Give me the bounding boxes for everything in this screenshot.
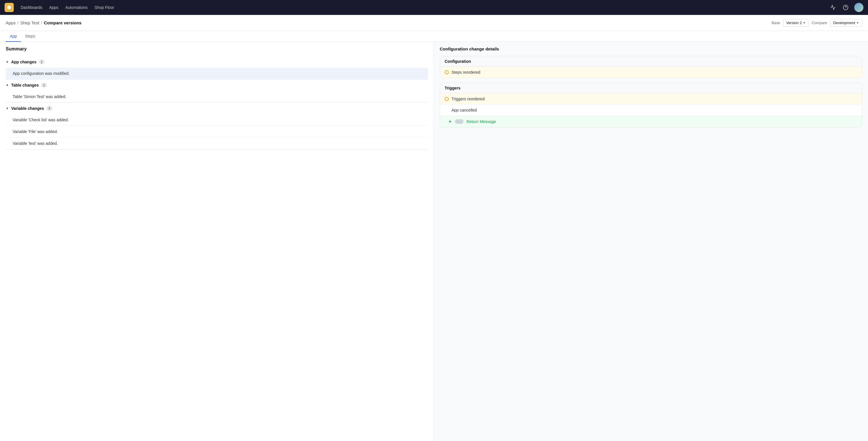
nav-automations[interactable]: Automations [65,5,88,10]
main-content: Summary ▼ App changes 1 App configuratio… [0,42,868,441]
triggers-row-cancelled[interactable]: App cancelled [440,105,862,116]
compare-version-select[interactable]: Development ▼ [830,19,862,27]
breadcrumb-app-name[interactable]: Shep Test [20,20,39,25]
table-changes-title: Table changes [11,83,39,88]
triggers-section-header: Triggers [440,83,862,94]
base-version-chevron: ▼ [803,21,806,24]
table-changes-header[interactable]: ▼ Table changes 1 [6,79,428,91]
yellow-dot-triggers [445,97,448,101]
help-icon[interactable] [842,3,849,11]
variable-changes-badge: 3 [46,106,52,111]
variable-changes-chevron: ▼ [6,107,9,110]
nav-right [829,3,863,12]
app-changes-badge: 1 [39,60,45,64]
tab-steps[interactable]: Steps [21,31,39,42]
app-changes-row-0[interactable]: App configuration was modified. [6,68,428,79]
compare-label: Compare [812,21,827,25]
yellow-dot-steps [445,70,448,74]
nav-shop-floor[interactable]: Shop Floor [94,5,114,10]
left-panel: Summary ▼ App changes 1 App configuratio… [0,42,434,441]
configuration-section: Configuration Steps reordered [440,56,862,78]
tab-app[interactable]: App [6,31,21,42]
breadcrumb-sep1: / [17,20,19,25]
variable-changes-body: Variable 'Check list' was added. Variabl… [6,114,428,149]
nav-apps[interactable]: Apps [50,5,59,10]
breadcrumb-current: Compare versions [44,20,82,25]
activity-icon[interactable] [829,3,837,11]
variable-changes-title: Variable changes [11,106,44,111]
app-changes-section: ▼ App changes 1 App configuration was mo… [6,56,428,79]
triggers-reordered-text: Triggers reordered [452,97,485,101]
base-label: Base [772,21,780,25]
breadcrumb-bar: Apps / Shep Test / Compare versions Base… [0,15,868,31]
table-changes-badge: 1 [41,83,47,88]
variable-changes-row-2[interactable]: Variable 'test' was added. [6,138,428,149]
right-panel: Configuration change details Configurati… [434,42,868,441]
compare-version-chevron: ▼ [856,21,859,24]
tabs-bar: App Steps [0,31,868,42]
plus-icon: + [448,119,452,124]
variable-changes-header[interactable]: ▼ Variable changes 3 [6,103,428,114]
right-panel-title: Configuration change details [440,46,862,51]
triggers-section: Triggers Triggers reordered App cancelle… [440,82,862,128]
version-controls: Base Version 2 ▼ Compare Development ▼ [772,19,862,27]
table-changes-section: ▼ Table changes 1 Table 'Simon Test' was… [6,79,428,103]
user-avatar[interactable] [854,3,863,12]
breadcrumb-sep2: / [41,20,42,25]
triggers-row-return-message[interactable]: + Return Message [440,116,862,127]
summary-title: Summary [6,46,428,52]
nav-dashboards[interactable]: Dashboards [21,5,42,10]
triggers-row-reordered[interactable]: Triggers reordered [440,94,862,105]
toggle-switch[interactable] [455,119,464,124]
nav-links: Dashboards Apps Automations Shop Floor [21,5,822,10]
config-row-steps-reordered[interactable]: Steps reordered [440,67,862,78]
table-changes-body: Table 'Simon Test' was added. [6,91,428,102]
breadcrumb: Apps / Shep Test / Compare versions [6,20,82,25]
triggers-cancelled-text: App cancelled [452,108,477,112]
return-message-text: Return Message [466,119,496,124]
configuration-section-header: Configuration [440,56,862,67]
app-changes-title: App changes [11,60,36,64]
variable-changes-row-1[interactable]: Variable 'File' was added. [6,126,428,138]
app-changes-body: App configuration was modified. [6,68,428,79]
logo[interactable] [5,3,14,12]
variable-changes-row-0[interactable]: Variable 'Check list' was added. [6,114,428,126]
variable-changes-section: ▼ Variable changes 3 Variable 'Check lis… [6,103,428,149]
breadcrumb-apps[interactable]: Apps [6,20,16,25]
table-changes-row-0[interactable]: Table 'Simon Test' was added. [6,91,428,102]
top-nav: Dashboards Apps Automations Shop Floor [0,0,868,15]
config-row-steps-text: Steps reordered [452,70,480,74]
app-changes-header[interactable]: ▼ App changes 1 [6,56,428,68]
table-changes-chevron: ▼ [6,83,9,87]
app-changes-chevron: ▼ [6,60,9,64]
base-version-select[interactable]: Version 2 ▼ [783,19,809,27]
